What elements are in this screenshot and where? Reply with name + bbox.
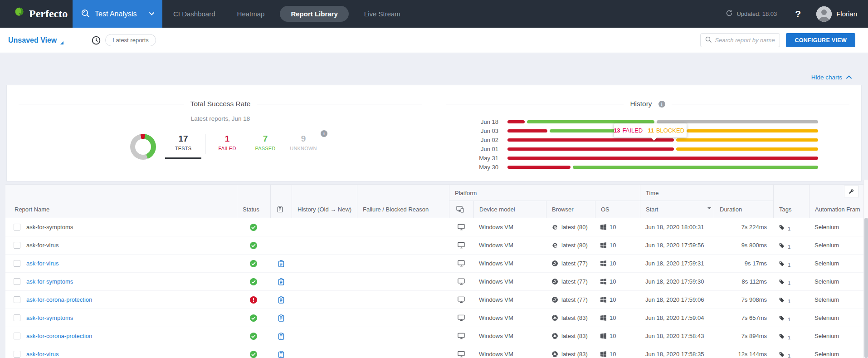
row-checkbox[interactable] [14,260,20,267]
tags-cell[interactable]: 1 [773,327,809,345]
avatar[interactable] [816,6,832,22]
os-cell: 10 [595,309,640,327]
col-history[interactable]: History (Old → New) [292,185,357,218]
report-cell[interactable] [270,255,292,272]
tags-cell[interactable]: 1 [773,255,809,272]
tags-cell[interactable]: 1 [773,236,809,254]
configure-view-button[interactable]: CONFIGURE VIEW [786,33,855,47]
tags-cell[interactable]: 1 [773,291,809,309]
table-scrollbar[interactable] [863,180,868,358]
history-row[interactable]: May 30 [434,162,861,172]
failure-cell [357,236,449,254]
nav-live-stream[interactable]: Live Stream [353,0,411,28]
table-row[interactable]: ask-for-virusWindows VMlatest (77)10Jun … [5,255,867,273]
table-row[interactable]: ask-for-symptomsWindows VMlatest (80)10J… [5,218,867,236]
duration-cell: 7s 908ms [714,291,773,309]
stat-failed[interactable]: 1 FAILED [208,134,246,151]
sort-caret-icon[interactable] [707,207,711,211]
table-row[interactable]: ask-for-virusWindows VMlatest (80)10Jun … [5,236,867,255]
tests-value: 17 [164,134,202,144]
bar-segment-yellow [676,147,818,151]
col-device-model[interactable]: Device model [473,201,546,218]
row-checkbox[interactable] [14,333,20,339]
filter-chip[interactable]: Latest reports [105,34,156,46]
report-name-link[interactable]: ask-for-symptoms [26,314,73,321]
firefox-browser-icon [551,260,558,267]
col-device-type[interactable] [449,201,473,218]
report-name-cell: ask-for-virus [5,255,237,272]
history-row-label: Jun 03 [434,128,498,134]
table-row[interactable]: ask-for-virusWindows VMlatest (83)10Jun … [5,345,867,358]
report-name-link[interactable]: ask-for-symptoms [26,278,73,285]
tab-test-analysis[interactable]: Test Analysis [73,0,162,28]
table-row[interactable]: ask-for-corona-protectionWindows VMlates… [5,327,867,345]
duration-cell: 12s 144ms [714,345,773,358]
hide-charts-link[interactable]: Hide charts [811,73,852,81]
table-row[interactable]: ask-for-corona-protectionWindows VMlates… [5,291,867,309]
start-cell: Jun 18, 2020 17:59:31 [640,255,714,272]
search-box[interactable] [700,33,780,47]
col-tags[interactable]: Tags [773,185,809,218]
row-checkbox[interactable] [14,351,20,358]
report-name-link[interactable]: ask-for-corona-protection [26,296,92,303]
row-checkbox[interactable] [14,314,20,321]
report-cell[interactable] [270,291,292,309]
tags-cell[interactable]: 1 [773,309,809,327]
report-cell[interactable] [270,309,292,327]
status-cell [237,236,270,254]
refresh-icon[interactable] [726,10,733,19]
tags-cell[interactable]: 1 [773,345,809,358]
report-cell[interactable] [270,327,292,345]
status-passed-icon [250,351,257,358]
browser-cell: latest (77) [546,291,595,309]
stat-unknown[interactable]: 9 UNKNOWN [284,134,322,151]
edge-browser-icon [551,224,558,230]
col-report-icon[interactable] [270,185,292,218]
success-donut-chart [130,134,156,160]
history-row-label: May 30 [434,164,498,171]
history-info-icon[interactable]: i [658,101,665,108]
perfecto-logo-icon [14,7,25,21]
status-passed-icon [250,333,257,340]
row-checkbox[interactable] [14,296,20,303]
stat-passed[interactable]: 7 PASSED [246,134,284,151]
tags-cell[interactable]: 1 [773,218,809,236]
table-row[interactable]: ask-for-symptomsWindows VMlatest (77)10J… [5,273,867,291]
col-failure-reason[interactable]: Failure / Blocked Reason [357,185,449,218]
search-input[interactable] [715,37,775,44]
report-name-link[interactable]: ask-for-virus [26,260,59,267]
nav-heatmap[interactable]: Heatmap [226,0,276,28]
desktop-icon [458,278,465,285]
table-row[interactable]: ask-for-symptomsWindows VMlatest (83)10J… [5,309,867,327]
tab-test-analysis-label: Test Analysis [95,10,137,18]
tags-cell[interactable]: 1 [773,273,809,290]
col-start[interactable]: Start [640,201,714,218]
col-browser[interactable]: Browser [546,201,595,218]
failed-label: FAILED [208,146,246,151]
row-checkbox[interactable] [14,278,20,285]
report-name-link[interactable]: ask-for-corona-protection [26,333,92,339]
scrollbar-thumb[interactable] [864,218,868,358]
group-platform: Platform [449,185,640,201]
history-row[interactable]: May 31 [434,153,861,162]
nav-report-library[interactable]: Report Library [280,6,348,22]
col-status[interactable]: Status [237,185,270,218]
table-settings-button[interactable] [844,186,859,197]
row-checkbox[interactable] [14,242,20,249]
status-cell [237,291,270,309]
report-name-link[interactable]: ask-for-virus [26,351,59,358]
help-button[interactable]: ? [795,9,801,20]
col-duration[interactable]: Duration [714,201,773,218]
device-model-cell: Windows VM [473,218,546,236]
col-report-name[interactable]: Report Name [5,185,237,218]
report-cell[interactable] [270,345,292,358]
report-cell[interactable] [270,273,292,290]
history-tooltip: 13FAILED 11BLOCKED [614,123,687,137]
history-row[interactable]: Jun 01 [434,144,861,153]
row-checkbox[interactable] [14,224,20,230]
stat-tests[interactable]: 17 TESTS [164,134,202,151]
col-start-label: Start [646,206,658,213]
col-os[interactable]: OS [595,201,640,218]
nav-ci-dashboard[interactable]: CI Dashboard [162,0,226,28]
view-name-dropdown[interactable]: Unsaved View [8,36,57,44]
